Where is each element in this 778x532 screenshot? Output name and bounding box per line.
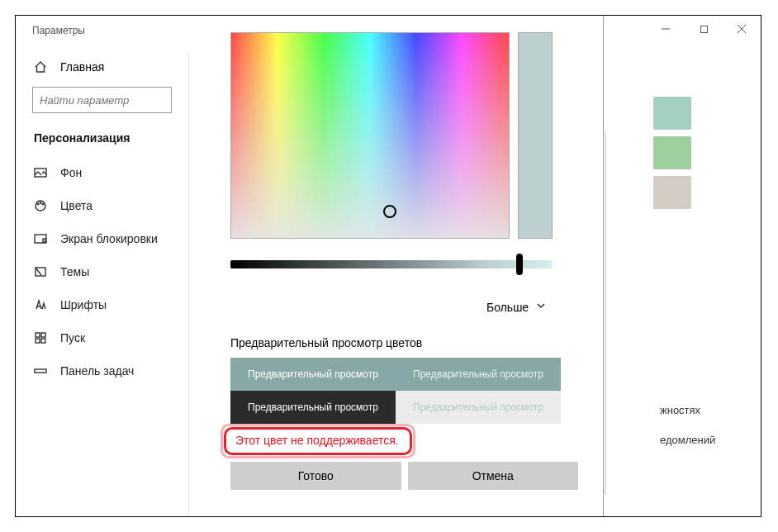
- picture-icon: [34, 166, 47, 179]
- themes-icon: [34, 265, 47, 278]
- color-picker-panel: Больше Предварительный просмотр цветов П…: [189, 16, 604, 516]
- preview-section-label: Предварительный просмотр цветов: [230, 336, 422, 349]
- color-field-cursor[interactable]: [383, 205, 396, 218]
- home-button[interactable]: Главная: [16, 52, 188, 82]
- sidebar-item-start[interactable]: Пуск: [16, 321, 188, 354]
- cancel-button[interactable]: Отмена: [408, 462, 579, 490]
- search-wrap: [16, 82, 188, 123]
- sidebar-item-taskbar[interactable]: Панель задач: [16, 354, 188, 387]
- sidebar-item-colors[interactable]: Цвета: [16, 189, 188, 222]
- chevron-down-icon: [535, 300, 547, 314]
- accent-swatch[interactable]: [653, 97, 691, 130]
- selected-color-preview: [518, 32, 553, 239]
- preview-cell: Предварительный просмотр: [230, 391, 396, 424]
- sidebar-item-label: Цвета: [60, 199, 93, 212]
- error-message: Этот цвет не поддерживается.: [222, 429, 412, 454]
- svg-point-6: [37, 203, 39, 205]
- sidebar-item-label: Шрифты: [60, 298, 107, 311]
- sidebar-item-label: Темы: [60, 265, 89, 278]
- brightness-slider[interactable]: [230, 260, 553, 268]
- more-label: Больше: [486, 301, 529, 314]
- sidebar-item-themes[interactable]: Темы: [16, 255, 188, 288]
- ok-button[interactable]: Готово: [230, 462, 401, 490]
- accent-swatch[interactable]: [653, 176, 691, 209]
- sidebar-item-lockscreen[interactable]: Экран блокировки: [16, 222, 188, 255]
- sidebar-item-label: Фон: [60, 166, 82, 179]
- settings-window: Параметры Главная Персонализация Фон Цве…: [15, 15, 761, 517]
- dialog-actions: Готово Отмена: [230, 462, 578, 490]
- more-toggle[interactable]: Больше: [486, 300, 547, 314]
- svg-point-7: [40, 202, 41, 204]
- svg-rect-13: [41, 333, 45, 337]
- start-icon: [34, 331, 47, 344]
- svg-rect-16: [35, 369, 46, 373]
- background-right-column: жностях едомлений: [604, 16, 761, 516]
- sidebar-item-label: Панель задач: [60, 364, 134, 378]
- preview-cell: Предварительный просмотр: [396, 391, 561, 424]
- taskbar-icon: [34, 364, 47, 378]
- home-label: Главная: [60, 60, 104, 74]
- preview-grid: Предварительный просмотр Предварительный…: [230, 358, 561, 424]
- section-label: Персонализация: [16, 123, 188, 156]
- svg-rect-14: [36, 339, 40, 343]
- obscured-text: едомлений: [660, 434, 715, 446]
- preview-cell: Предварительный просмотр: [396, 358, 561, 391]
- sidebar-item-fonts[interactable]: Шрифты: [16, 288, 188, 321]
- sidebar: Главная Персонализация Фон Цвета Экран б…: [16, 52, 189, 516]
- window-title: Параметры: [16, 25, 85, 36]
- accent-swatch[interactable]: [653, 136, 691, 169]
- svg-point-8: [42, 203, 44, 205]
- search-input[interactable]: [32, 87, 172, 113]
- palette-icon: [34, 199, 47, 212]
- obscured-text: жностях: [660, 404, 700, 416]
- brightness-thumb[interactable]: [516, 254, 523, 275]
- svg-rect-12: [36, 333, 40, 337]
- sidebar-item-label: Экран блокировки: [60, 232, 158, 245]
- sidebar-item-label: Пуск: [60, 331, 85, 344]
- color-field[interactable]: [230, 32, 510, 239]
- sidebar-item-background[interactable]: Фон: [16, 156, 188, 189]
- preview-cell: Предварительный просмотр: [230, 358, 396, 391]
- home-icon: [34, 60, 47, 74]
- svg-rect-10: [43, 239, 45, 242]
- svg-rect-15: [41, 339, 45, 343]
- lockscreen-icon: [34, 232, 47, 245]
- fonts-icon: [34, 298, 47, 311]
